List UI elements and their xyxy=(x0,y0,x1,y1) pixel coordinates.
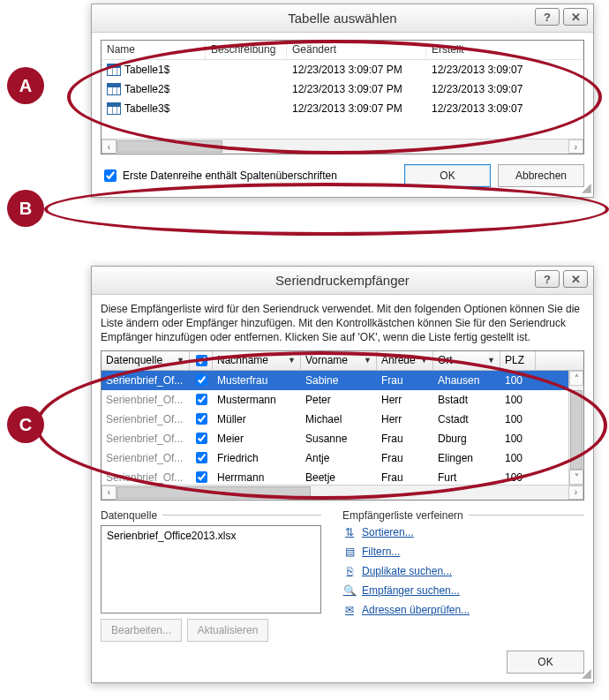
close-button[interactable]: ✕ xyxy=(563,270,588,288)
cancel-button[interactable]: Abbrechen xyxy=(498,164,584,187)
annotation-badge-c: C xyxy=(7,406,44,443)
validate-addresses-link[interactable]: ✉Adressen überprüfen... xyxy=(342,603,584,617)
scroll-thumb[interactable] xyxy=(117,140,222,153)
edit-button[interactable]: Bearbeiten... xyxy=(101,619,182,642)
refine-section-label: Empfängerliste verfeinern xyxy=(342,509,463,522)
resize-grip-icon[interactable]: ◢ xyxy=(579,183,591,195)
dialog-titlebar: Seriendruckempfänger ? ✕ xyxy=(92,267,593,295)
help-button[interactable]: ? xyxy=(535,270,560,288)
table-icon xyxy=(107,64,121,76)
recipient-checkbox[interactable] xyxy=(196,394,207,405)
select-all-checkbox[interactable] xyxy=(196,355,207,366)
mail-merge-recipients-dialog: Seriendruckempfänger ? ✕ Diese Empfänger… xyxy=(91,266,594,683)
chevron-down-icon[interactable]: ▼ xyxy=(177,356,184,365)
scroll-down-icon[interactable]: ˅ xyxy=(569,470,583,485)
recipient-checkbox[interactable] xyxy=(196,433,207,444)
chevron-down-icon[interactable]: ▼ xyxy=(288,356,296,365)
col-city[interactable]: Ort▼ xyxy=(433,351,500,370)
duplicates-link[interactable]: ⎘Duplikate suchen... xyxy=(342,564,584,578)
scroll-right-icon[interactable]: › xyxy=(568,485,583,500)
scroll-thumb[interactable] xyxy=(570,390,583,470)
dialog-title: Seriendruckempfänger xyxy=(92,273,593,288)
first-row-headers-checkbox[interactable]: Erste Datenreihe enthält Spaltenüberschr… xyxy=(101,167,337,184)
col-modified[interactable]: Geändert xyxy=(287,41,426,59)
table-icon xyxy=(107,102,121,115)
ok-button[interactable]: OK xyxy=(507,651,584,674)
recipient-row[interactable]: Serienbrief_Of...FriedrichAntjeFrauEling… xyxy=(102,448,583,468)
recipient-row[interactable]: Serienbrief_Of...MüllerMichaelHerrCstadt… xyxy=(102,410,583,429)
col-salutation[interactable]: Anrede▼ xyxy=(377,351,433,370)
table-row[interactable]: Tabelle2$12/23/2013 3:09:07 PM12/23/2013… xyxy=(102,79,583,99)
recipients-grid[interactable]: Datenquelle▼ Nachname▼ Vorname▼ Anrede▼ … xyxy=(101,350,584,501)
recipient-checkbox[interactable] xyxy=(196,413,207,425)
annotation-badge-a: A xyxy=(7,67,44,104)
close-button[interactable]: ✕ xyxy=(563,8,588,26)
list-item[interactable]: Serienbrief_Office2013.xlsx xyxy=(107,530,315,542)
dialog-titlebar: Tabelle auswählen ? ✕ xyxy=(92,4,593,33)
table-icon xyxy=(107,83,121,95)
chevron-down-icon[interactable]: ▼ xyxy=(364,356,372,365)
validate-icon: ✉ xyxy=(342,603,357,617)
resize-grip-icon[interactable]: ◢ xyxy=(579,668,591,681)
chevron-down-icon[interactable]: ▼ xyxy=(487,356,495,365)
search-icon: 🔍 xyxy=(342,583,357,598)
vertical-scrollbar[interactable]: ˄ ˅ xyxy=(568,371,583,485)
recipient-row[interactable]: Serienbrief_Of...MeierSusanneFrauDburg10… xyxy=(102,429,583,448)
select-table-dialog: Tabelle auswählen ? ✕ Name Beschreibung … xyxy=(91,4,594,198)
datasource-section-label: Datenquelle xyxy=(101,509,157,522)
scroll-left-icon[interactable]: ‹ xyxy=(102,139,117,154)
recipient-row[interactable]: Serienbrief_Of...MustermannPeterHerrBsta… xyxy=(102,390,583,410)
duplicates-icon: ⎘ xyxy=(342,564,357,578)
col-created[interactable]: Erstellt xyxy=(426,41,583,59)
col-name[interactable]: Name xyxy=(102,41,206,59)
recipient-row[interactable]: Serienbrief_Of...MusterfrauSabineFrauAha… xyxy=(102,371,583,390)
sort-link[interactable]: ⇅Sortieren... xyxy=(342,525,584,539)
datasource-list[interactable]: Serienbrief_Office2013.xlsx xyxy=(101,525,321,613)
col-datasource[interactable]: Datenquelle▼ xyxy=(102,351,190,370)
filter-icon: ▤ xyxy=(342,545,357,559)
scroll-right-icon[interactable]: › xyxy=(568,139,583,154)
table-list[interactable]: Name Beschreibung Geändert Erstellt Tabe… xyxy=(101,40,584,154)
recipient-checkbox[interactable] xyxy=(196,374,207,386)
col-lastname[interactable]: Nachname▼ xyxy=(213,351,301,370)
table-row[interactable]: Tabelle1$12/23/2013 3:09:07 PM12/23/2013… xyxy=(102,60,583,79)
horizontal-scrollbar[interactable]: ‹ › xyxy=(102,139,583,154)
annotation-badge-b: B xyxy=(7,190,44,227)
find-recipient-link[interactable]: 🔍Empfänger suchen... xyxy=(342,583,584,598)
help-button[interactable]: ? xyxy=(535,8,560,26)
col-description[interactable]: Beschreibung xyxy=(206,41,287,59)
col-checkbox[interactable] xyxy=(190,351,213,370)
filter-link[interactable]: ▤Filtern... xyxy=(342,545,584,559)
sort-icon: ⇅ xyxy=(342,525,357,539)
dialog-title: Tabelle auswählen xyxy=(92,11,593,26)
first-row-headers-input[interactable] xyxy=(104,169,117,182)
refresh-button[interactable]: Aktualisieren xyxy=(187,619,268,642)
scroll-left-icon[interactable]: ‹ xyxy=(102,485,117,500)
dialog-description: Diese Empfängerliste wird für den Serien… xyxy=(101,302,584,345)
scroll-up-icon[interactable]: ˄ xyxy=(569,371,583,386)
table-row[interactable]: Tabelle3$12/23/2013 3:09:07 PM12/23/2013… xyxy=(102,99,583,118)
col-firstname[interactable]: Vorname▼ xyxy=(301,351,377,370)
ok-button[interactable]: OK xyxy=(404,164,491,187)
scroll-thumb[interactable] xyxy=(117,486,311,499)
recipient-checkbox[interactable] xyxy=(196,471,207,483)
chevron-down-icon[interactable]: ▼ xyxy=(420,356,428,365)
horizontal-scrollbar[interactable]: ‹ › xyxy=(102,485,583,500)
col-zip[interactable]: PLZ xyxy=(500,351,536,370)
recipient-checkbox[interactable] xyxy=(196,452,207,463)
